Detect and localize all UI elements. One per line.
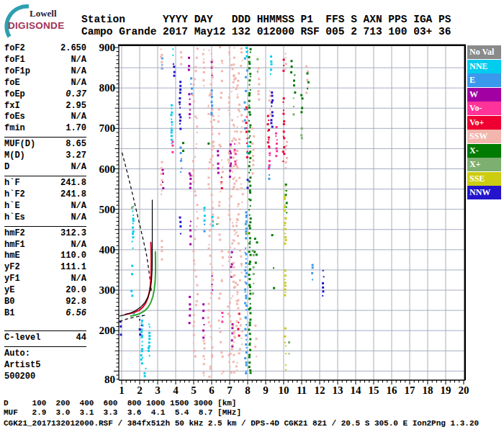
echo-dot-x: [248, 56, 251, 58]
echo-dot-w: [204, 324, 205, 325]
echo-dot-ssw: [208, 168, 210, 170]
echo-dot-ssw: [220, 351, 222, 354]
echo-dot-ssw: [195, 304, 197, 306]
echo-dot-ssw: [232, 225, 234, 228]
echo-dot-ssw: [221, 279, 222, 280]
echo-dot-w: [217, 167, 220, 169]
echo-dot-x: [249, 135, 251, 137]
echo-dot-vo: [283, 102, 284, 103]
echo-dot-ssw: [210, 158, 212, 161]
echo-dot-ssw: [203, 363, 205, 365]
x-tick-label: 9: [263, 384, 269, 396]
echo-dot-e: [245, 252, 246, 253]
echo-dot-ssw: [210, 368, 212, 370]
echo-dot-nnw: [247, 186, 249, 189]
echo-dot-ssw: [234, 336, 236, 338]
echo-dot-vo: [246, 127, 248, 129]
echo-dot-sse: [284, 284, 287, 287]
echo-dot-vo: [267, 115, 269, 117]
echo-dot-nnw: [271, 102, 273, 104]
x-tick-label: 6: [209, 384, 215, 396]
echo-dot-x: [257, 71, 258, 72]
echo-dot-ssw: [237, 284, 239, 286]
echo-dot-ssw: [212, 202, 213, 203]
echo-dot-e: [246, 217, 247, 218]
echo-dot-vo: [221, 320, 223, 323]
echo-dot-ssw: [193, 100, 195, 102]
legend-item-e: E: [467, 73, 501, 87]
echo-dot-e: [246, 215, 248, 217]
x-tick-label: 8: [245, 384, 251, 396]
y-tick-label: 500: [99, 204, 116, 215]
echo-dot-sse: [247, 232, 249, 234]
echo-dot-ssw: [258, 67, 260, 69]
echo-dot-ssw: [211, 148, 213, 150]
echo-dot-nnw: [271, 111, 274, 113]
echo-dot-x: [249, 293, 251, 295]
echo-dot-ssw: [212, 286, 213, 287]
echo-dot-ssw: [240, 48, 243, 50]
echo-dot-ssw: [233, 229, 235, 231]
echo-dot-x: [252, 250, 254, 252]
echo-dot-ssw: [251, 143, 253, 145]
echo-dot-ssw: [222, 371, 225, 373]
echo-dot-ssw: [230, 353, 232, 355]
echo-dot-nnw: [179, 114, 181, 116]
echo-dot-x: [293, 80, 295, 82]
echo-dot-sse: [284, 274, 287, 276]
echo-dot-ssw: [210, 84, 212, 86]
echo-dot-x: [249, 189, 251, 192]
echo-dot-x: [290, 71, 292, 73]
echo-dot-ssw: [209, 161, 211, 163]
echo-dot-w: [202, 330, 204, 332]
echo-dot-ssw: [239, 279, 241, 282]
x-tick-label: 10: [279, 384, 289, 396]
echo-dot-ssw: [228, 251, 230, 253]
echo-dot-ssw: [161, 173, 163, 175]
echo-dot-ssw: [235, 165, 238, 167]
echo-dot-nne: [132, 220, 135, 222]
echo-dot-e: [245, 372, 247, 374]
echo-dot-ssw: [203, 61, 205, 63]
echo-dot-nne: [171, 121, 173, 123]
echo-dot-w: [189, 243, 192, 246]
echo-dot-nnw: [271, 106, 272, 107]
echo-dot-nnw: [173, 63, 174, 65]
echo-dot-nne: [270, 73, 271, 75]
echo-dot-nne: [148, 350, 150, 352]
echo-dot-ssw: [197, 217, 199, 220]
echo-dot-e: [245, 297, 247, 300]
echo-dot-nnw: [270, 122, 272, 125]
echo-dot-x: [248, 243, 251, 245]
echo-dot-x: [248, 120, 250, 122]
echo-dot-nne: [148, 345, 150, 347]
direction-legend: No ValNNEEWVo-Vo+SSWX-X+SSENNW: [467, 45, 501, 200]
echo-dot-x: [250, 254, 252, 256]
echo-dot-x: [250, 76, 251, 77]
echo-dot-nne: [132, 227, 134, 229]
echo-dot-e: [246, 228, 248, 230]
echo-dot-vo: [268, 145, 270, 148]
echo-dot-ssw: [212, 273, 213, 274]
echo-dot-ssw: [233, 124, 235, 126]
echo-dot-ssw: [194, 230, 196, 231]
echo-dot-ssw: [203, 49, 204, 50]
echo-dot-nnw: [120, 333, 122, 336]
echo-dot-ssw: [161, 240, 163, 242]
echo-dot-ssw: [241, 330, 243, 332]
echo-dot-ssw: [238, 109, 240, 111]
echo-dot-ssw: [194, 194, 197, 197]
echo-dot-ssw: [193, 106, 194, 107]
echo-dot-ssw: [258, 90, 260, 92]
echo-dot-e: [244, 127, 246, 130]
echo-dot-ssw: [229, 114, 230, 115]
echo-dot-ssw: [305, 91, 307, 94]
echo-dot-ssw: [230, 167, 233, 169]
echo-dot-ssw: [220, 191, 221, 192]
echo-dot-w: [229, 170, 231, 172]
echo-dot-w: [189, 172, 191, 174]
echo-dot-e: [312, 279, 313, 281]
echo-dot-ssw: [211, 194, 213, 196]
echo-dot-vo: [172, 141, 174, 143]
echo-dot-e: [246, 266, 247, 268]
